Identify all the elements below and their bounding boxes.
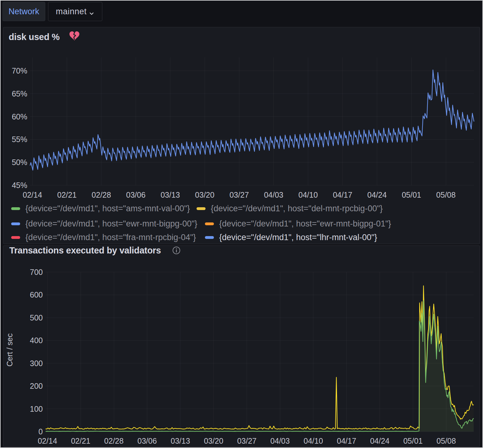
svg-text:0: 0 [38,427,43,436]
svg-text:03/20: 03/20 [204,437,224,445]
svg-text:05/01: 05/01 [403,437,423,445]
svg-text:100: 100 [30,405,43,413]
svg-text:04/17: 04/17 [337,437,357,445]
svg-text:05/08: 05/08 [436,437,456,445]
svg-text:700: 700 [30,268,43,276]
svg-text:03/27: 03/27 [237,437,257,445]
svg-text:02/14: 02/14 [38,437,57,445]
svg-text:02/28: 02/28 [104,437,124,445]
svg-text:300: 300 [30,359,43,368]
svg-text:400: 400 [30,336,43,345]
svg-text:03/13: 03/13 [171,437,190,445]
svg-text:02/21: 02/21 [71,437,91,445]
svg-text:Cert / sec: Cert / sec [5,334,14,367]
svg-text:04/10: 04/10 [304,437,323,445]
svg-text:04/24: 04/24 [370,437,390,445]
svg-text:600: 600 [30,290,43,299]
svg-text:200: 200 [30,382,43,390]
svg-text:03/06: 03/06 [137,437,157,445]
svg-text:04/03: 04/03 [270,437,290,445]
svg-text:500: 500 [30,313,43,322]
